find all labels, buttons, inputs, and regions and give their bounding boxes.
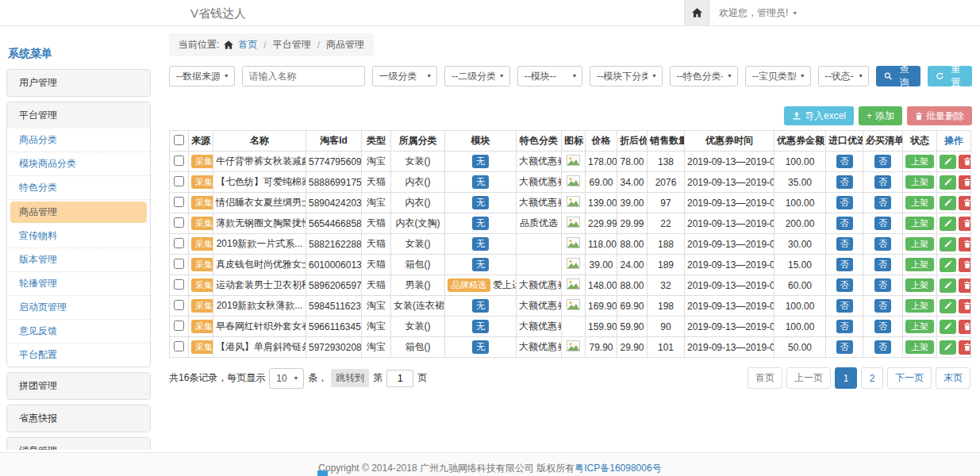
must-buy-toggle[interactable]: 否 bbox=[874, 340, 891, 354]
sidebar-section-header[interactable]: 用户管理 bbox=[7, 70, 150, 96]
row-checkbox[interactable] bbox=[174, 279, 184, 290]
reset-button[interactable]: 重置 bbox=[928, 66, 972, 86]
page-number-input[interactable] bbox=[386, 370, 413, 387]
edit-button[interactable] bbox=[940, 320, 956, 334]
add-button[interactable]: + 添加 bbox=[859, 106, 902, 125]
must-buy-toggle[interactable]: 否 bbox=[874, 175, 891, 189]
delete-button[interactable] bbox=[959, 340, 971, 355]
must-buy-toggle[interactable]: 否 bbox=[874, 237, 891, 251]
delete-button[interactable] bbox=[959, 320, 971, 334]
imported-toggle[interactable]: 否 bbox=[836, 217, 853, 230]
filter-select-item-type[interactable]: --宝贝类型-- bbox=[745, 66, 811, 86]
imported-toggle[interactable]: 否 bbox=[836, 175, 853, 189]
select-all-checkbox[interactable] bbox=[174, 135, 184, 145]
page-button[interactable]: 上一页 bbox=[786, 367, 831, 389]
delete-button[interactable] bbox=[959, 299, 971, 313]
page-button[interactable]: 2 bbox=[861, 367, 883, 389]
must-buy-toggle[interactable]: 否 bbox=[874, 320, 891, 333]
imported-toggle[interactable]: 否 bbox=[836, 320, 853, 333]
imported-toggle[interactable]: 否 bbox=[836, 278, 853, 292]
row-checkbox[interactable] bbox=[174, 217, 184, 228]
row-checkbox[interactable] bbox=[174, 321, 184, 331]
row-checkbox[interactable] bbox=[174, 238, 184, 248]
edit-button[interactable] bbox=[940, 217, 956, 231]
sidebar-submenu-item[interactable]: 商品分类 bbox=[7, 129, 150, 152]
filter-select-level1-category[interactable]: 一级分类 bbox=[372, 66, 438, 86]
delete-button[interactable] bbox=[959, 217, 971, 231]
status-badge[interactable]: 上架 bbox=[905, 278, 934, 292]
status-badge[interactable]: 上架 bbox=[905, 299, 934, 313]
row-checkbox[interactable] bbox=[174, 341, 184, 351]
edit-button[interactable] bbox=[940, 340, 956, 355]
filter-select-module[interactable]: --模块-- bbox=[517, 66, 583, 86]
must-buy-toggle[interactable]: 否 bbox=[874, 278, 891, 292]
search-button[interactable]: 查询 bbox=[876, 66, 920, 86]
filter-select-level2-category[interactable]: --二级分类-- bbox=[444, 66, 510, 86]
status-badge[interactable]: 上架 bbox=[905, 320, 934, 333]
sidebar-section-header[interactable]: 拼团管理 bbox=[7, 373, 150, 399]
sidebar-submenu-item[interactable]: 商品管理 bbox=[10, 202, 147, 223]
sidebar-submenu-item[interactable]: 特色分类 bbox=[7, 176, 150, 200]
row-checkbox[interactable] bbox=[174, 300, 184, 310]
edit-button[interactable] bbox=[940, 155, 956, 169]
status-badge[interactable]: 上架 bbox=[905, 258, 934, 271]
jump-button[interactable]: 跳转到 bbox=[331, 369, 369, 387]
row-checkbox[interactable] bbox=[174, 197, 184, 207]
status-badge[interactable]: 上架 bbox=[905, 175, 934, 189]
edit-button[interactable] bbox=[940, 299, 956, 313]
edit-button[interactable] bbox=[940, 175, 956, 190]
page-button[interactable]: 下一页 bbox=[887, 367, 932, 389]
sidebar-submenu-item[interactable]: 启动页管理 bbox=[7, 296, 150, 320]
must-buy-toggle[interactable]: 否 bbox=[874, 258, 891, 271]
sidebar-section-header[interactable]: 平台管理 bbox=[7, 102, 150, 129]
imported-toggle[interactable]: 否 bbox=[836, 196, 853, 209]
row-checkbox[interactable] bbox=[174, 259, 184, 269]
sidebar-section-header[interactable]: 省惠快报 bbox=[7, 405, 150, 432]
row-checkbox[interactable] bbox=[174, 155, 184, 166]
status-badge[interactable]: 上架 bbox=[905, 237, 934, 251]
sidebar-submenu-item[interactable]: 轮播管理 bbox=[7, 272, 150, 296]
per-page-select[interactable]: 10 bbox=[269, 368, 304, 389]
page-button[interactable]: 1 bbox=[835, 367, 857, 389]
filter-select-status[interactable]: --状态-- bbox=[818, 66, 870, 86]
filter-select-module-subcategory[interactable]: --模块下分类-- bbox=[590, 66, 663, 86]
must-buy-toggle[interactable]: 否 bbox=[874, 196, 891, 209]
edit-button[interactable] bbox=[940, 278, 956, 293]
status-badge[interactable]: 上架 bbox=[905, 155, 934, 168]
delete-button[interactable] bbox=[959, 175, 971, 190]
sidebar-section-header[interactable]: 消息管理 bbox=[7, 438, 150, 450]
batch-delete-button[interactable]: 批量删除 bbox=[907, 106, 972, 125]
delete-button[interactable] bbox=[959, 237, 971, 251]
status-badge[interactable]: 上架 bbox=[905, 217, 934, 230]
sidebar-submenu-item[interactable]: 意见反馈 bbox=[7, 320, 150, 344]
imported-toggle[interactable]: 否 bbox=[836, 237, 853, 251]
edit-button[interactable] bbox=[940, 196, 956, 210]
delete-button[interactable] bbox=[959, 155, 971, 169]
delete-button[interactable] bbox=[959, 196, 971, 210]
breadcrumb-home-link[interactable]: 首页 bbox=[238, 38, 257, 52]
page-button[interactable]: 末页 bbox=[936, 367, 970, 389]
imported-toggle[interactable]: 否 bbox=[836, 299, 853, 313]
sidebar-submenu-item[interactable]: 版本管理 bbox=[7, 248, 150, 272]
status-badge[interactable]: 上架 bbox=[905, 340, 934, 354]
imported-toggle[interactable]: 否 bbox=[836, 258, 853, 271]
must-buy-toggle[interactable]: 否 bbox=[874, 155, 891, 168]
name-search-input[interactable] bbox=[242, 66, 365, 86]
filter-select-data-source[interactable]: --数据来源-- bbox=[169, 66, 235, 86]
imported-toggle[interactable]: 否 bbox=[836, 155, 853, 168]
must-buy-toggle[interactable]: 否 bbox=[874, 299, 891, 313]
page-button[interactable]: 首页 bbox=[747, 367, 782, 389]
imported-toggle[interactable]: 否 bbox=[836, 340, 853, 354]
row-checkbox[interactable] bbox=[174, 176, 184, 186]
filter-select-feature-category[interactable]: --特色分类-- bbox=[670, 66, 738, 86]
status-badge[interactable]: 上架 bbox=[905, 196, 934, 209]
user-menu[interactable]: 欢迎您，管理员! ▼ bbox=[709, 6, 807, 20]
icp-link[interactable]: 粤ICP备16098006号 bbox=[575, 463, 661, 474]
sidebar-submenu-item[interactable]: 模块商品分类 bbox=[7, 152, 150, 176]
edit-button[interactable] bbox=[940, 258, 956, 272]
sidebar-submenu-item[interactable]: 宣传物料 bbox=[7, 225, 150, 248]
delete-button[interactable] bbox=[959, 258, 971, 272]
import-excel-button[interactable]: 导入excel bbox=[784, 106, 854, 125]
must-buy-toggle[interactable]: 否 bbox=[874, 217, 891, 230]
delete-button[interactable] bbox=[959, 278, 971, 293]
